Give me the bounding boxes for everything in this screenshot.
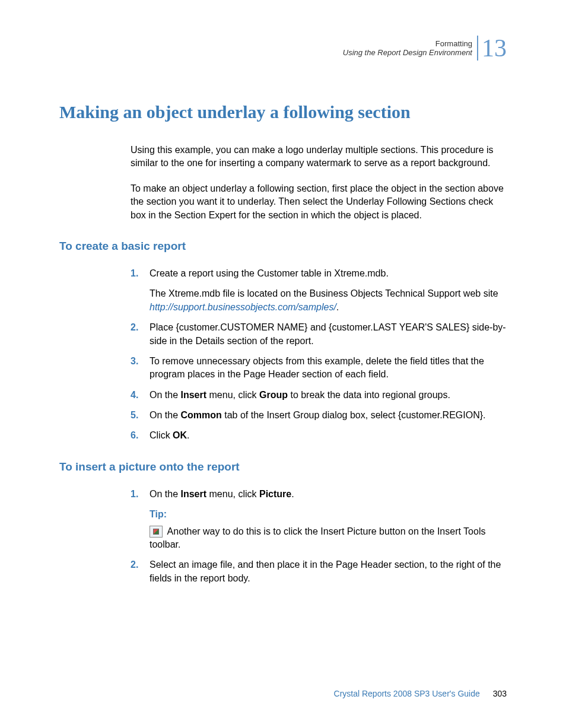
page-header: Formatting Using the Report Design Envir… (59, 36, 507, 61)
text-fragment: menu, click (206, 489, 259, 499)
text-fragment: On the (150, 390, 180, 400)
bold-term: Common (180, 410, 221, 420)
footer-doc-title: Crystal Reports 2008 SP3 User's Guide (334, 689, 480, 698)
text-fragment: menu, click (206, 390, 259, 400)
steps-insert-picture: 1. On the Insert menu, click Picture. Ti… (131, 488, 507, 585)
bold-term: Insert (180, 489, 206, 499)
text-fragment: . (336, 302, 339, 312)
insert-picture-icon (150, 526, 163, 538)
list-item: 2. Place {customer.CUSTOMER NAME} and {c… (131, 321, 507, 348)
list-item: 1. On the Insert menu, click Picture. Ti… (131, 488, 507, 552)
intro-paragraph-2: To make an object underlay a following s… (131, 182, 507, 222)
tip-label: Tip: (150, 508, 507, 521)
text-fragment: The Xtreme.mdb file is located on the Bu… (150, 288, 498, 298)
list-item: 2. Select an image file, and then place … (131, 558, 507, 585)
step-number: 3. (131, 355, 138, 368)
step-number: 1. (131, 267, 138, 280)
text-fragment: On the (150, 410, 180, 420)
bold-term: Group (259, 390, 288, 400)
page-footer: Crystal Reports 2008 SP3 User's Guide 30… (334, 689, 507, 698)
step-text: Select an image file, and then place it … (150, 559, 501, 583)
subheading-insert-picture: To insert a picture onto the report (59, 460, 507, 473)
page-title: Making an object underlay a following se… (59, 102, 507, 122)
step-text: Create a report using the Customer table… (150, 268, 389, 278)
step-number: 2. (131, 321, 138, 334)
intro-paragraph-1: Using this example, you can make a logo … (131, 144, 507, 170)
list-item: 4. On the Insert menu, click Group to br… (131, 389, 507, 402)
text-fragment: tab of the Insert Group dialog box, sele… (222, 410, 486, 420)
step-text: To remove unnecessary objects from this … (150, 356, 484, 379)
support-link[interactable]: http://support.businessobjects.com/sampl… (150, 302, 336, 312)
text-fragment: Click (150, 430, 173, 440)
tip-body: Another way to do this is to click the I… (150, 525, 507, 552)
step-number: 4. (131, 389, 138, 402)
header-section-title: Using the Report Design Environment (343, 48, 472, 57)
text-fragment: to break the data into regional groups. (288, 390, 450, 400)
step-number: 6. (131, 429, 138, 442)
list-item: 3. To remove unnecessary objects from th… (131, 355, 507, 382)
text-fragment: . (187, 430, 189, 440)
step-number: 2. (131, 558, 138, 571)
header-chapter-title: Formatting (343, 39, 472, 48)
footer-page-number: 303 (493, 689, 507, 698)
step-number: 5. (131, 409, 138, 422)
picture-icon-inner (153, 529, 159, 535)
chapter-number: 13 (477, 36, 507, 61)
text-fragment: . (291, 489, 294, 499)
steps-create-report: 1. Create a report using the Customer ta… (131, 267, 507, 443)
list-item: 5. On the Common tab of the Insert Group… (131, 409, 507, 422)
bold-term: Insert (180, 390, 206, 400)
text-fragment: On the (150, 489, 180, 499)
bold-term: Picture (259, 489, 291, 499)
step-text: Place {customer.CUSTOMER NAME} and {cust… (150, 322, 506, 345)
bold-term: OK (173, 430, 187, 440)
list-item: 1. Create a report using the Customer ta… (131, 267, 507, 314)
header-text-block: Formatting Using the Report Design Envir… (343, 39, 472, 57)
step-number: 1. (131, 488, 138, 501)
tip-text: Another way to do this is to click the I… (150, 526, 485, 549)
subheading-create-report: To create a basic report (59, 240, 507, 253)
list-item: 6. Click OK. (131, 429, 507, 442)
step-subtext: The Xtreme.mdb file is located on the Bu… (150, 287, 507, 314)
